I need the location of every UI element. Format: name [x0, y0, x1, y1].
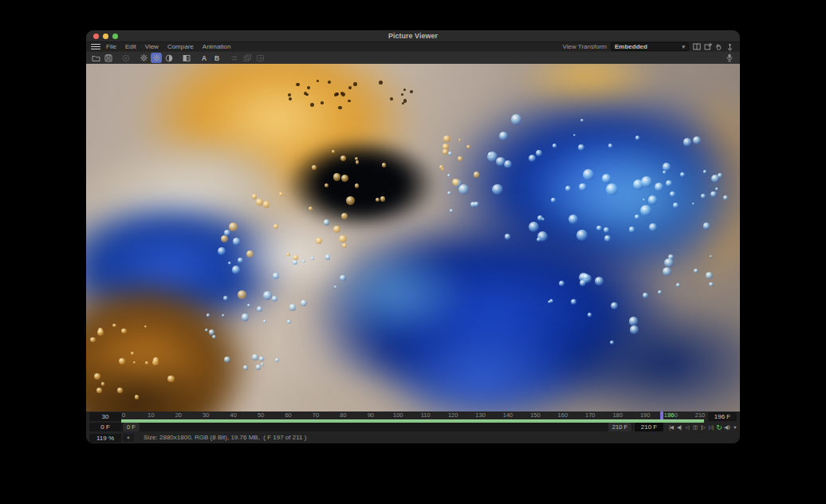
range-start-field[interactable]: 0 F: [89, 423, 121, 431]
loop-button[interactable]: ↻: [715, 423, 722, 431]
filter-contrast-button[interactable]: [163, 53, 175, 63]
bubble: [307, 86, 310, 89]
pop-out-icon[interactable]: [704, 43, 713, 50]
ab-compare-button[interactable]: [181, 53, 192, 63]
menu-bar: FileEditViewCompareAnimation View Transf…: [86, 42, 740, 51]
display-settings-button[interactable]: [138, 53, 149, 63]
gear-icon: [152, 53, 161, 62]
bubble: [548, 301, 550, 303]
range-end-field[interactable]: 210 F: [635, 423, 663, 431]
bubble: [263, 201, 270, 208]
bubble: [458, 156, 462, 160]
bubble: [608, 144, 613, 148]
goto-end-button[interactable]: ▷|: [707, 423, 714, 431]
bubble: [536, 150, 542, 156]
menu-item-file[interactable]: File: [106, 43, 116, 50]
bubble: [676, 283, 680, 287]
zoom-level-field[interactable]: 119 %: [89, 434, 121, 443]
fluid-shape: [284, 137, 439, 231]
bubble: [340, 156, 346, 161]
bubble: [606, 183, 618, 195]
menu-item-edit[interactable]: Edit: [125, 43, 136, 50]
bubble: [492, 184, 503, 195]
pause-button[interactable]: ▯▯: [691, 423, 698, 431]
bubble: [630, 325, 639, 334]
hamburger-menu-icon[interactable]: [91, 44, 100, 50]
bubble: [641, 176, 652, 187]
open-button[interactable]: [90, 53, 101, 63]
frame-range-slider[interactable]: 0 F 210 F: [121, 423, 633, 431]
save-button[interactable]: [103, 53, 114, 63]
ruler-tick-label: 130: [475, 411, 486, 419]
ruler-tick-label: 80: [340, 411, 346, 419]
ruler-tick-label: 0: [122, 411, 125, 419]
bubble: [629, 317, 639, 326]
bubble: [273, 273, 279, 279]
menu-item-view[interactable]: View: [145, 43, 159, 50]
bubble: [263, 291, 272, 300]
gear-icon: [140, 53, 148, 62]
menu-item-animation[interactable]: Animation: [203, 43, 231, 50]
playhead[interactable]: [660, 411, 663, 419]
play-backward-button[interactable]: ◁: [683, 423, 690, 431]
ruler-tick-label: 90: [368, 411, 374, 419]
window-title: Picture Viewer: [86, 30, 740, 41]
next-frame-button[interactable]: |▷: [699, 423, 706, 431]
display-filter-button[interactable]: [151, 53, 162, 63]
view-transform-value: Embedded: [615, 43, 647, 50]
range-end-handle[interactable]: 210 F: [608, 423, 631, 431]
ruler-tick-label: 150: [530, 411, 541, 419]
bubble: [232, 266, 240, 274]
set-image-a-button[interactable]: A: [199, 53, 210, 63]
volume-button[interactable]: ◀)): [723, 423, 730, 431]
goto-start-button[interactable]: |◀: [667, 423, 675, 431]
timeline-panel: 30 0102030405060708090100110120130140150…: [86, 411, 740, 443]
cached-frames-bar: [121, 419, 704, 423]
microphone-button[interactable]: [724, 53, 735, 63]
split-view-icon[interactable]: [693, 43, 702, 50]
current-frame-field[interactable]: 196 F: [708, 412, 737, 421]
bubble: [341, 213, 348, 219]
chevron-down-icon: ▾: [682, 44, 685, 50]
ruler-tick-label: 180: [612, 411, 623, 419]
bubble: [293, 255, 298, 260]
bubble: [583, 274, 588, 279]
view-transform-select[interactable]: Embedded ▾: [611, 42, 689, 51]
bubble: [252, 354, 258, 360]
bubble: [238, 258, 243, 263]
bubble: [583, 169, 594, 180]
status-info-text: Size: 2880x1800, RGB (8 Bit), 19.76 MB, …: [144, 434, 306, 442]
bubble: [119, 358, 125, 364]
bubble: [450, 209, 454, 213]
ruler-tick-label: 110: [421, 411, 431, 419]
bubble: [505, 234, 511, 240]
framerate-field[interactable]: 30: [89, 412, 121, 421]
bubble: [233, 238, 241, 246]
bubble: [135, 395, 140, 400]
range-start-handle[interactable]: 0 F: [123, 423, 140, 431]
previous-frame-button[interactable]: ◀|: [675, 423, 682, 431]
bubble: [286, 253, 290, 257]
bubble: [346, 196, 355, 205]
toolbar: AB: [86, 51, 740, 64]
hand-icon[interactable]: [715, 43, 724, 50]
bubble: [474, 202, 479, 207]
bubble: [448, 152, 452, 156]
bubble: [287, 320, 291, 324]
pin-icon[interactable]: [726, 43, 735, 50]
menu-item-compare[interactable]: Compare: [167, 43, 194, 50]
bubble: [333, 226, 340, 233]
bubble: [355, 183, 360, 188]
image-viewport[interactable]: [86, 64, 740, 411]
view-transform-group: View Transform Embedded ▾: [563, 42, 740, 51]
bubble: [121, 329, 127, 334]
bubble: [272, 296, 277, 301]
bubble: [610, 341, 614, 345]
folder-icon: [92, 54, 100, 62]
toolbar-letter-label: A: [202, 54, 206, 62]
set-image-b-button[interactable]: B: [211, 53, 222, 63]
ruler-tick-label: 170: [585, 411, 596, 419]
playback-options-button[interactable]: ▾: [731, 423, 738, 431]
titlebar: Picture Viewer: [86, 30, 740, 42]
zoom-dropdown-button[interactable]: ▾: [123, 434, 134, 442]
